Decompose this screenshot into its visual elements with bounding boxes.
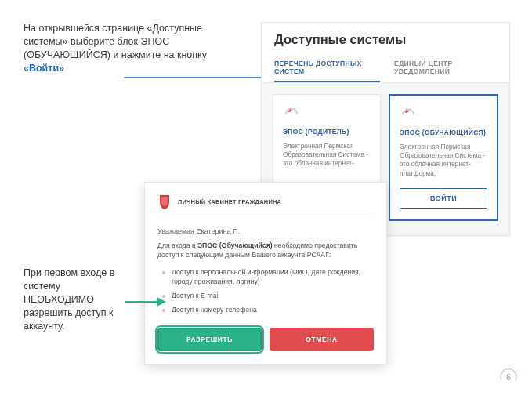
page-number: 6 [498,366,519,388]
panel-tabs: ПЕРЕЧЕНЬ ДОСТУПНЫХ СИСТЕМ ЕДИНЫЙ ЦЕНТР У… [262,53,509,83]
card-title: ЭПОС (ОБУЧАЮЩИЙСЯ) [400,129,487,136]
modal-buttons: РАЗРЕШИТЬ ОТМЕНА [157,328,374,351]
epos-icon [400,105,417,122]
epos-icon [283,104,300,122]
modal-brand: ЛИЧНЫЙ КАБИНЕТ ГРАЖДАНИНА [157,194,374,211]
modal-greeting: Уважаемая Екатерина П. [157,227,374,235]
consent-list: Доступ к персональной информации (ФИО, д… [157,266,374,317]
instruction-bottom: При первом входе в систему НЕОБХОДИМО ра… [24,267,125,332]
tab-notifications[interactable]: ЕДИНЫЙ ЦЕНТР УВЕДОМЛЕНИЙ [394,53,497,82]
cancel-button[interactable]: ОТМЕНА [270,328,374,351]
instruction-top-highlight: «Войти» [24,63,64,74]
card-description: Электронная Пермская Образовательная Сис… [283,142,371,178]
instruction-top: На открывшейся странице «Доступные систе… [24,22,235,75]
page-number-badge: 6 [498,366,519,388]
modal-brand-text: ЛИЧНЫЙ КАБИНЕТ ГРАЖДАНИНА [178,199,281,206]
card-title: ЭПОС (РОДИТЕЛЬ) [283,128,371,136]
panel-title: Доступные системы [262,23,509,53]
divider [157,219,374,219]
coat-of-arms-icon [157,194,172,211]
card-description: Электронная Пермская Образовательная Сис… [400,143,487,179]
allow-button[interactable]: РАЗРЕШИТЬ [157,328,262,351]
consent-modal: ЛИЧНЫЙ КАБИНЕТ ГРАЖДАНИНА Уважаемая Екат… [144,182,387,365]
modal-lead: Для входа в ЭПОС (Обучающийся) необходим… [157,241,374,259]
instruction-top-text: На открывшейся странице «Доступные систе… [24,23,207,60]
tab-systems-list[interactable]: ПЕРЕЧЕНЬ ДОСТУПНЫХ СИСТЕМ [274,53,380,82]
list-item: Доступ к номеру телефона [161,303,374,317]
card-epos-student[interactable]: ЭПОС (ОБУЧАЮЩИЙСЯ) Электронная Пермская … [389,94,498,221]
login-button[interactable]: ВОЙТИ [400,188,487,209]
list-item: Доступ к E-mail [161,289,374,303]
list-item: Доступ к персональной информации (ФИО, д… [161,266,374,288]
